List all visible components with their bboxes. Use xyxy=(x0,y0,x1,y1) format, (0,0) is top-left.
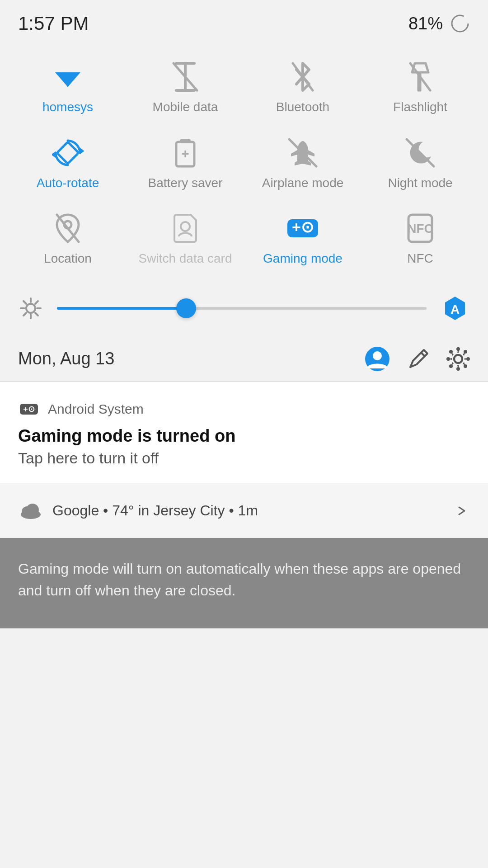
svg-line-40 xyxy=(421,353,425,356)
brightness-low-icon xyxy=(18,296,43,321)
tile-wifi-label: homesys xyxy=(42,99,93,115)
tile-location[interactable]: Location xyxy=(9,199,127,275)
svg-point-45 xyxy=(446,357,450,361)
brightness-thumb[interactable] xyxy=(176,298,196,318)
gaming-mode-footer: Gaming mode will turn on automatically w… xyxy=(0,538,488,628)
battery-saver-icon: + xyxy=(169,137,202,169)
notif-title: Gaming mode is turned on xyxy=(18,426,470,446)
flashlight-icon xyxy=(404,61,436,93)
svg-text:+: + xyxy=(181,146,189,161)
svg-point-39 xyxy=(373,351,382,360)
night-mode-icon xyxy=(404,137,436,169)
svg-line-34 xyxy=(35,301,38,304)
quick-tiles-grid: homesys Mobile data Bluetooth xyxy=(0,39,488,280)
status-bar: 1:57 PM 81% xyxy=(0,0,488,39)
svg-point-50 xyxy=(449,364,453,368)
tile-switch-data-card[interactable]: Switch data card xyxy=(127,199,244,275)
location-icon xyxy=(52,212,84,245)
tile-nfc-label: NFC xyxy=(407,251,433,266)
svg-point-55 xyxy=(26,504,39,516)
tile-night-mode[interactable]: Night mode xyxy=(361,124,479,200)
gaming-mode-icon: +⊙ xyxy=(286,212,319,245)
switch-data-card-icon xyxy=(169,212,202,245)
brightness-fill xyxy=(57,307,186,310)
notification-header: +⊙ Android System xyxy=(18,398,470,420)
svg-text:+⊙: +⊙ xyxy=(292,218,314,236)
notif-app-icon: +⊙ xyxy=(18,398,40,420)
battery-icon xyxy=(450,14,470,33)
tile-flashlight-label: Flashlight xyxy=(393,99,447,115)
tile-flashlight[interactable]: Flashlight xyxy=(361,48,479,124)
svg-rect-12 xyxy=(57,142,79,164)
brightness-row: A xyxy=(0,280,488,337)
svg-text:NFC: NFC xyxy=(407,222,433,236)
weather-cloud-icon xyxy=(18,498,43,524)
date-row: Mon, Aug 13 xyxy=(0,337,488,381)
tile-gaming-mode[interactable]: +⊙ Gaming mode xyxy=(244,199,361,275)
svg-point-27 xyxy=(26,304,35,313)
weather-notification[interactable]: Google • 74° in Jersey City • 1m xyxy=(0,484,488,538)
svg-point-42 xyxy=(454,355,462,363)
airplane-mode-icon xyxy=(286,137,319,169)
tile-bluetooth[interactable]: Bluetooth xyxy=(244,48,361,124)
svg-text:+⊙: +⊙ xyxy=(23,405,35,414)
tile-nfc[interactable]: NFC NFC xyxy=(361,199,479,275)
notification-gaming-mode[interactable]: +⊙ Android System Gaming mode is turned … xyxy=(0,382,488,484)
battery-percentage: 81% xyxy=(408,14,443,33)
weather-chevron-icon xyxy=(454,503,470,519)
tile-auto-rotate-label: Auto-rotate xyxy=(37,175,99,191)
tile-gaming-mode-label: Gaming mode xyxy=(263,251,343,266)
tile-airplane-mode-label: Airplane mode xyxy=(262,175,344,191)
svg-point-0 xyxy=(452,15,468,32)
svg-point-47 xyxy=(449,350,453,354)
date-action-icons xyxy=(364,346,470,372)
tile-wifi[interactable]: homesys xyxy=(9,48,127,124)
bluetooth-icon xyxy=(286,61,319,93)
svg-point-43 xyxy=(456,347,460,351)
mobile-data-icon xyxy=(169,61,202,93)
svg-marker-14 xyxy=(52,151,56,158)
svg-point-49 xyxy=(464,350,467,354)
notif-subtitle: Tap here to turn it off xyxy=(18,449,470,467)
svg-point-22 xyxy=(181,222,190,231)
svg-line-35 xyxy=(23,313,26,316)
tile-battery-saver[interactable]: + Battery saver xyxy=(127,124,244,200)
brightness-slider[interactable] xyxy=(57,307,427,310)
tile-location-label: Location xyxy=(44,251,92,266)
svg-line-32 xyxy=(23,301,26,304)
svg-marker-4 xyxy=(63,81,72,87)
tile-battery-saver-label: Battery saver xyxy=(148,175,223,191)
tile-mobile-data[interactable]: Mobile data xyxy=(127,48,244,124)
svg-text:A: A xyxy=(450,302,460,316)
wifi-icon xyxy=(52,61,84,93)
auto-brightness-icon[interactable]: A xyxy=(440,293,470,323)
tile-mobile-data-label: Mobile data xyxy=(153,99,218,115)
edit-icon[interactable] xyxy=(407,347,430,371)
tile-bluetooth-label: Bluetooth xyxy=(276,99,329,115)
gaming-footer-text: Gaming mode will turn on automatically w… xyxy=(18,558,470,601)
svg-point-44 xyxy=(456,367,460,371)
tile-switch-data-card-label: Switch data card xyxy=(139,251,232,266)
svg-marker-13 xyxy=(80,148,84,154)
status-right: 81% xyxy=(408,14,470,33)
notif-app-name: Android System xyxy=(48,401,144,417)
svg-line-33 xyxy=(35,313,38,316)
tile-airplane-mode[interactable]: Airplane mode xyxy=(244,124,361,200)
auto-rotate-icon xyxy=(52,137,84,169)
weather-text: Google • 74° in Jersey City • 1m xyxy=(52,502,445,519)
svg-point-46 xyxy=(466,357,470,361)
notification-panel: +⊙ Android System Gaming mode is turned … xyxy=(0,382,488,538)
svg-point-48 xyxy=(464,364,467,368)
tile-auto-rotate[interactable]: Auto-rotate xyxy=(9,124,127,200)
tile-night-mode-label: Night mode xyxy=(388,175,452,191)
date-text: Mon, Aug 13 xyxy=(18,349,114,368)
user-icon[interactable] xyxy=(364,346,390,372)
settings-icon[interactable] xyxy=(446,347,470,371)
nfc-icon: NFC xyxy=(404,212,436,245)
status-time: 1:57 PM xyxy=(18,13,89,34)
